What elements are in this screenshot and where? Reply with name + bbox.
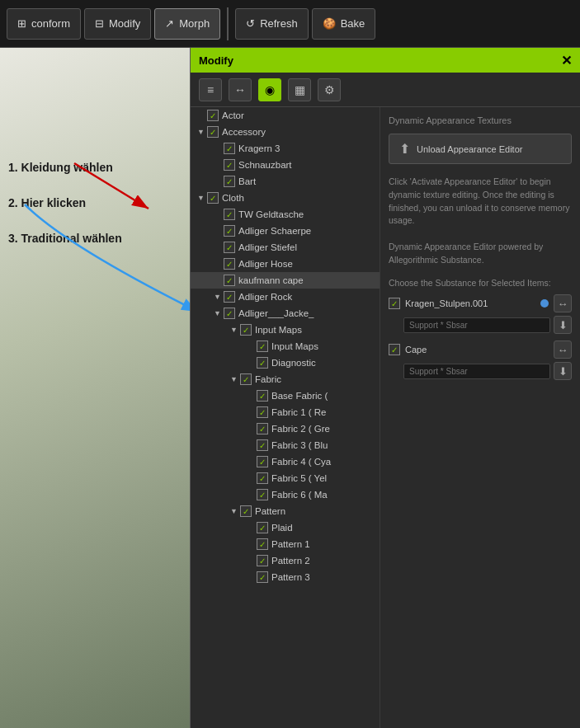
modify-header: Modify ✕	[191, 48, 580, 73]
checkbox-pattern3[interactable]	[257, 571, 268, 583]
sub-tool-grid[interactable]: ▦	[288, 78, 311, 101]
tree-item-fabric1[interactable]: Fabric 1 ( Re	[191, 404, 380, 420]
tree-item-schnauzbart[interactable]: Schnauzbart	[191, 157, 380, 173]
tree-item-fabric2[interactable]: Fabric 2 ( Gre	[191, 420, 380, 437]
checkbox-inputmaps-leaf[interactable]	[257, 341, 268, 352]
checkbox-kragern3[interactable]	[224, 143, 235, 154]
tree-item-diagnostic[interactable]: Diagnostic	[191, 355, 380, 371]
sub-tool-circle[interactable]: ◉	[258, 78, 281, 101]
tree-label: Adliger Rock	[238, 292, 376, 302]
tree-item-cape[interactable]: kaufmann cape	[191, 272, 380, 289]
tree-item-schaerpe[interactable]: Adliger Schaerpe	[191, 223, 380, 239]
content-split: Actor ▼ Accessory Kragern 3	[191, 107, 580, 728]
checkbox-pattern1[interactable]	[257, 538, 268, 550]
tree-item-fabric-group[interactable]: ▼ Fabric	[191, 371, 380, 387]
tree-item-pattern2[interactable]: Pattern 2	[191, 552, 380, 569]
tree-item-inputmaps-group[interactable]: ▼ Input Maps	[191, 322, 380, 338]
tree-item-bart[interactable]: Bart	[191, 173, 380, 190]
toolbar-separator	[227, 7, 229, 40]
checkbox-stiefel[interactable]	[224, 242, 235, 253]
tree-label: Bart	[238, 176, 376, 186]
checkbox-fabric4[interactable]	[257, 456, 268, 467]
tree-item-fabric6[interactable]: Fabric 6 ( Ma	[191, 486, 380, 503]
tree-item-inputmaps-leaf[interactable]: Input Maps	[191, 338, 380, 355]
checkbox-geldtasche[interactable]	[224, 209, 235, 220]
checkbox-accessory[interactable]	[207, 126, 219, 138]
tree-item-fabric4[interactable]: Fabric 4 ( Cya	[191, 453, 380, 470]
tree-item-geldtasche[interactable]: TW Geldtasche	[191, 206, 380, 223]
tree-item-pattern1[interactable]: Pattern 1	[191, 536, 380, 552]
download-btn-cape[interactable]: ⬇	[554, 362, 572, 380]
substance-action-cape[interactable]: ↔	[554, 341, 572, 359]
checkbox-actor[interactable]	[207, 110, 219, 121]
checkbox-fabric3[interactable]	[257, 439, 268, 451]
tree-item-pattern3[interactable]: Pattern 3	[191, 569, 380, 585]
tree-item-cloth[interactable]: ▼ Cloth	[191, 190, 380, 206]
checkbox-jacke[interactable]	[224, 308, 235, 319]
support-input-kragen[interactable]	[403, 317, 550, 333]
checkbox-pattern[interactable]	[240, 505, 252, 517]
checkbox-fabric2[interactable]	[257, 423, 268, 434]
sub-tool-transfer[interactable]: ↔	[229, 78, 252, 101]
conform-icon: ⊞	[17, 17, 26, 30]
tree-label: Adliger___Jacke_	[238, 308, 376, 318]
expand-arrow[interactable]: ▼	[230, 507, 240, 515]
download-btn-kragen[interactable]: ⬇	[554, 316, 572, 334]
tree-item-hose[interactable]: Adliger Hose	[191, 256, 380, 272]
conform-label: conform	[31, 17, 70, 30]
tree-item-accessory[interactable]: ▼ Accessory	[191, 124, 380, 140]
input-row-kragen: ⬇	[403, 316, 572, 334]
expand-arrow[interactable]: ▼	[230, 326, 240, 334]
checkbox-bart[interactable]	[224, 176, 235, 187]
checkbox-hose[interactable]	[224, 258, 235, 270]
sub-toolbar: ≡ ↔ ◉ ▦ ⚙	[191, 73, 580, 107]
support-input-cape[interactable]	[403, 364, 550, 379]
tree-item-basefabric[interactable]: Base Fabric (	[191, 387, 380, 404]
expand-arrow[interactable]: ▼	[197, 128, 207, 136]
conform-button[interactable]: ⊞ conform	[7, 8, 81, 40]
checkbox-schnauzbart[interactable]	[224, 159, 235, 171]
tree-item-fabric5[interactable]: Fabric 5 ( Yel	[191, 470, 380, 486]
substance-checkbox-kragen[interactable]	[389, 298, 400, 309]
checkbox-rock[interactable]	[224, 291, 235, 303]
tree-item-fabric3[interactable]: Fabric 3 ( Blu	[191, 437, 380, 453]
checkbox-basefabric[interactable]	[257, 390, 268, 402]
checkbox-cape[interactable]	[224, 275, 235, 286]
checkbox-fabric[interactable]	[240, 373, 252, 385]
unload-appearance-button[interactable]: ⬆ Unload Appearance Editor	[389, 134, 572, 164]
tree-item-kragern3[interactable]: Kragern 3	[191, 140, 380, 157]
sub-tool-settings[interactable]: ⚙	[318, 78, 341, 101]
info-text: Click 'Activate Appearance Editor' to be…	[389, 176, 572, 266]
expand-arrow[interactable]: ▼	[214, 309, 224, 317]
tree-item-jacke[interactable]: ▼ Adliger___Jacke_	[191, 305, 380, 322]
checkbox-diagnostic[interactable]	[257, 357, 268, 369]
refresh-button[interactable]: ↺ Refresh	[235, 8, 309, 40]
tree-item-plaid[interactable]: Plaid	[191, 519, 380, 536]
morph-button[interactable]: ↗ Morph	[154, 8, 220, 40]
tree-label: Pattern 3	[271, 572, 376, 582]
checkbox-cloth[interactable]	[207, 192, 219, 204]
bake-icon: 🍪	[323, 17, 336, 30]
tree-label: Fabric 5 ( Yel	[271, 473, 376, 483]
checkbox-fabric5[interactable]	[257, 472, 268, 484]
tree-item-rock[interactable]: ▼ Adliger Rock	[191, 289, 380, 305]
checkbox-fabric6[interactable]	[257, 489, 268, 500]
tree-label: Fabric	[255, 374, 376, 384]
tree-item-pattern-group[interactable]: ▼ Pattern	[191, 503, 380, 519]
tree-item-stiefel[interactable]: Adliger Stiefel	[191, 239, 380, 256]
checkbox-inputmaps[interactable]	[240, 324, 252, 336]
expand-arrow[interactable]: ▼	[197, 194, 207, 202]
checkbox-plaid[interactable]	[257, 522, 268, 533]
close-button[interactable]: ✕	[561, 53, 572, 68]
tree-item-actor[interactable]: Actor	[191, 107, 380, 124]
bake-button[interactable]: 🍪 Bake	[312, 8, 376, 40]
checkbox-fabric1[interactable]	[257, 406, 268, 418]
expand-arrow[interactable]: ▼	[230, 375, 240, 383]
checkbox-schaerpe[interactable]	[224, 225, 235, 237]
substance-checkbox-cape[interactable]	[389, 344, 400, 355]
modify-button[interactable]: ⊟ Modify	[84, 8, 151, 40]
expand-arrow[interactable]: ▼	[214, 293, 224, 301]
checkbox-pattern2[interactable]	[257, 555, 268, 566]
substance-action-kragen[interactable]: ↔	[554, 294, 572, 312]
sub-tool-sliders[interactable]: ≡	[199, 78, 222, 101]
